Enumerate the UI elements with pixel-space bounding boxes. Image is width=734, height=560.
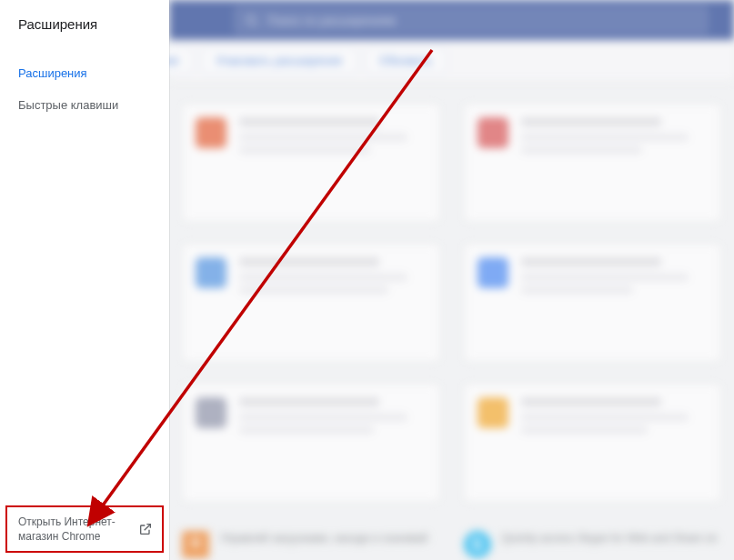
extension-card[interactable]: [464, 244, 722, 362]
update-button[interactable]: Обновить: [366, 47, 447, 74]
extension-icon: [478, 117, 508, 148]
sidebar-item-shortcuts[interactable]: Быстрые клавиши: [0, 89, 169, 121]
bottom-visible-row: Управляй загрузками, находи и скачивай S…: [169, 524, 734, 560]
search-icon: [245, 14, 258, 27]
skype-icon: S: [464, 531, 491, 558]
annotation-highlight-box: Открыть Интернет- магазин Chrome: [5, 505, 164, 553]
extension-card[interactable]: [464, 104, 722, 222]
main-area: ние Упаковать расширение Обновить Управл…: [169, 0, 734, 560]
extension-icon: [196, 257, 226, 288]
open-chrome-webstore-label: Открыть Интернет- магазин Chrome: [18, 515, 116, 544]
extension-card[interactable]: [182, 244, 440, 362]
sidebar-nav: Расширения Быстрые клавиши: [0, 46, 169, 121]
search-input[interactable]: [267, 14, 698, 27]
pack-extension-button[interactable]: Упаковать расширение: [202, 47, 357, 74]
page-title: Расширения: [0, 0, 169, 46]
extensions-grid: [169, 82, 734, 524]
download-manager-icon: [182, 531, 209, 558]
extension-icon: [196, 117, 226, 148]
sidebar: Расширения Расширения Быстрые клавиши От…: [0, 0, 169, 560]
extension-card[interactable]: [182, 104, 440, 222]
svg-point-0: [247, 15, 256, 24]
extension-icon: [478, 257, 508, 288]
open-chrome-webstore-link[interactable]: Открыть Интернет- магазин Chrome: [7, 507, 162, 551]
extension-description: Управляй загрузками, находи и скачивай: [220, 531, 427, 545]
extension-card[interactable]: [182, 384, 440, 502]
extension-icon: [196, 397, 226, 428]
toolbar: [169, 0, 734, 40]
open-external-icon: [138, 522, 153, 536]
extension-icon: [478, 397, 508, 428]
extension-card[interactable]: S Quickly access Skype for Web and Share…: [464, 531, 722, 558]
search-field[interactable]: [235, 6, 708, 34]
extension-description: Quickly access Skype for Web and Share o…: [502, 531, 718, 545]
action-bar: ние Упаковать расширение Обновить: [169, 40, 734, 82]
extension-card[interactable]: [464, 384, 722, 502]
extension-card[interactable]: Управляй загрузками, находи и скачивай: [182, 531, 440, 558]
sidebar-item-extensions[interactable]: Расширения: [0, 57, 169, 89]
